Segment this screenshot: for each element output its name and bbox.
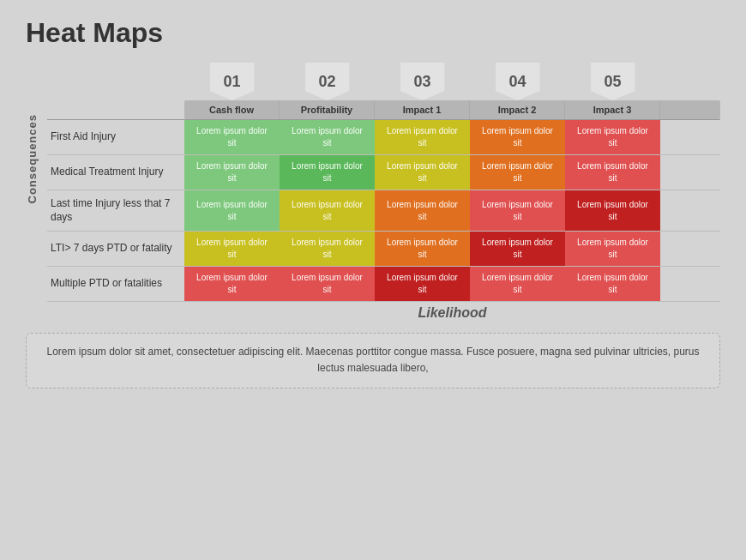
cell-r4-c1: Lorem ipsum dolor sit: [280, 267, 375, 301]
table-body: First Aid InjuryLorem ipsum dolor sitLor…: [47, 119, 720, 302]
cell-r3-c4: Lorem ipsum dolor sit: [565, 232, 660, 266]
page: Heat Maps Consequences 0102030405 Cash f…: [0, 0, 746, 560]
cell-r3-c3: Lorem ipsum dolor sit: [470, 232, 565, 266]
col-badge-02: 02: [280, 63, 375, 100]
table-area: 0102030405 Cash flowProfitabilityImpact …: [47, 63, 720, 321]
cell-r2-c2: Lorem ipsum dolor sit: [375, 190, 470, 231]
col-label-05: Impact 3: [565, 100, 660, 119]
row-label-4: Multiple PTD or fatalities: [47, 267, 184, 301]
cell-r4-c0: Lorem ipsum dolor sit: [184, 267, 280, 301]
cell-r4-c2: Lorem ipsum dolor sit: [375, 267, 470, 301]
pentagon-badge-04: 04: [496, 63, 540, 100]
cell-r3-c2: Lorem ipsum dolor sit: [375, 232, 470, 266]
likelihood-label: Likelihood: [184, 305, 720, 321]
cell-r1-c4: Lorem ipsum dolor sit: [565, 155, 660, 190]
cell-r2-c3: Lorem ipsum dolor sit: [470, 190, 565, 231]
cell-r2-c4: Lorem ipsum dolor sit: [565, 190, 660, 231]
cell-r2-c0: Lorem ipsum dolor sit: [184, 190, 280, 231]
cell-r1-c0: Lorem ipsum dolor sit: [184, 155, 280, 190]
col-badge-04: 04: [470, 63, 565, 100]
cell-r0-c3: Lorem ipsum dolor sit: [470, 120, 565, 154]
col-badge-01: 01: [184, 63, 280, 100]
pentagon-badge-05: 05: [591, 63, 635, 100]
cell-r2-c1: Lorem ipsum dolor sit: [280, 190, 375, 231]
pentagon-badge-03: 03: [400, 63, 445, 100]
table-row: Medical Treatment InjuryLorem ipsum dolo…: [47, 155, 720, 190]
table-row: First Aid InjuryLorem ipsum dolor sitLor…: [47, 120, 720, 155]
col-label-01: Cash flow: [184, 100, 280, 119]
row-label-1: Medical Treatment Injury: [47, 155, 184, 190]
col-label-04: Impact 2: [470, 100, 565, 119]
pentagon-badge-02: 02: [305, 63, 350, 100]
page-title: Heat Maps: [26, 17, 720, 49]
cell-r0-c0: Lorem ipsum dolor sit: [184, 120, 280, 154]
table-row: Last time Injury less that 7 daysLorem i…: [47, 190, 720, 232]
cell-r0-c4: Lorem ipsum dolor sit: [565, 120, 660, 154]
consequences-label: Consequences: [26, 114, 39, 203]
cell-r4-c4: Lorem ipsum dolor sit: [565, 267, 660, 301]
row-label-2: Last time Injury less that 7 days: [47, 190, 184, 231]
col-label-03: Impact 1: [375, 100, 470, 119]
cell-r4-c3: Lorem ipsum dolor sit: [470, 267, 565, 301]
row-label-3: LTI> 7 days PTD or fatality: [47, 232, 184, 266]
footer-box: Lorem ipsum dolor sit amet, consectetuer…: [26, 333, 720, 388]
cell-r0-c2: Lorem ipsum dolor sit: [375, 120, 470, 154]
row-label-0: First Aid Injury: [47, 120, 184, 154]
table-row: Multiple PTD or fatalitiesLorem ipsum do…: [47, 267, 720, 302]
col-label-02: Profitability: [280, 100, 375, 119]
pentagon-badge-01: 01: [210, 63, 255, 100]
cell-r3-c0: Lorem ipsum dolor sit: [184, 232, 280, 266]
cell-r1-c3: Lorem ipsum dolor sit: [470, 155, 565, 190]
cell-r3-c1: Lorem ipsum dolor sit: [280, 232, 375, 266]
cell-r1-c2: Lorem ipsum dolor sit: [375, 155, 470, 190]
col-badge-05: 05: [565, 63, 660, 100]
col-badge-03: 03: [375, 63, 470, 100]
footer-text: Lorem ipsum dolor sit amet, consectetuer…: [44, 344, 702, 376]
cell-r0-c1: Lorem ipsum dolor sit: [280, 120, 375, 154]
cell-r1-c1: Lorem ipsum dolor sit: [280, 155, 375, 190]
table-row: LTI> 7 days PTD or fatalityLorem ipsum d…: [47, 232, 720, 267]
